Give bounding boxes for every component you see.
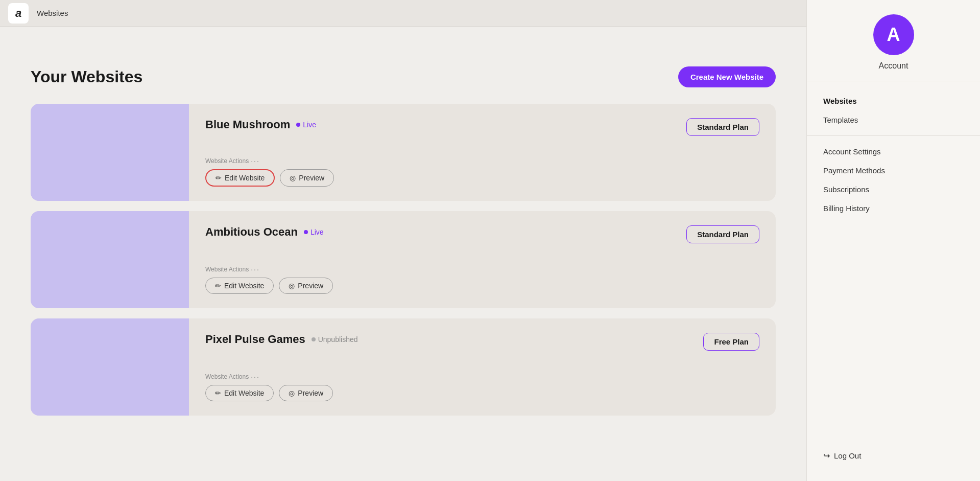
card-body-ambitious-ocean: Ambitious Ocean Live Standard Plan Websi… <box>189 211 776 308</box>
status-dot-blue-mushroom <box>296 123 300 127</box>
edit-button-ambitious-ocean[interactable]: ✏ Edit Website <box>205 278 274 294</box>
card-top-pixel-pulse-games: Pixel Pulse Games Unpublished Free Plan <box>205 333 759 351</box>
sidebar-item-account-settings[interactable]: Account Settings <box>807 142 980 161</box>
logout-button[interactable]: ↪ Log Out <box>823 451 861 461</box>
edit-icon-pixel-pulse-games: ✏ <box>215 389 221 397</box>
actions-label-pixel-pulse-games: Website Actions ··· <box>205 373 759 381</box>
actions-dots-pixel-pulse-games: ··· <box>251 373 260 381</box>
preview-button-blue-mushroom[interactable]: ◎ Preview <box>280 169 334 187</box>
card-name-row-pixel-pulse-games: Pixel Pulse Games Unpublished <box>205 333 358 346</box>
create-website-button[interactable]: Create New Website <box>678 66 776 87</box>
edit-icon-ambitious-ocean: ✏ <box>215 282 221 290</box>
sidebar-header: A Account <box>807 0 980 81</box>
sidebar-divider <box>807 135 980 136</box>
status-dot-ambitious-ocean <box>304 230 308 234</box>
edit-button-pixel-pulse-games[interactable]: ✏ Edit Website <box>205 385 274 401</box>
logout-icon: ↪ <box>823 451 830 461</box>
card-name-blue-mushroom: Blue Mushroom <box>205 118 290 131</box>
sidebar: A Account WebsitesTemplates Account Sett… <box>806 0 980 481</box>
preview-icon-ambitious-ocean: ◎ <box>289 282 295 290</box>
plan-badge-blue-mushroom: Standard Plan <box>686 118 759 136</box>
status-text-ambitious-ocean: Live <box>310 228 324 236</box>
edit-icon-blue-mushroom: ✏ <box>216 174 222 182</box>
sidebar-item-subscriptions[interactable]: Subscriptions <box>807 180 980 199</box>
status-text-blue-mushroom: Live <box>303 121 316 129</box>
avatar: A <box>873 14 914 55</box>
card-name-pixel-pulse-games: Pixel Pulse Games <box>205 333 305 346</box>
status-badge-pixel-pulse-games: Unpublished <box>312 335 358 343</box>
actions-dots-blue-mushroom: ··· <box>251 157 260 165</box>
card-actions-ambitious-ocean: Website Actions ··· ✏ Edit Website ◎ Pre… <box>205 265 759 294</box>
website-card-ambitious-ocean: Ambitious Ocean Live Standard Plan Websi… <box>31 211 776 308</box>
sidebar-item-templates[interactable]: Templates <box>807 110 980 129</box>
card-thumbnail-blue-mushroom <box>31 104 189 201</box>
status-badge-blue-mushroom: Live <box>296 121 316 129</box>
card-thumbnail-ambitious-ocean <box>31 211 189 308</box>
website-list: Blue Mushroom Live Standard Plan Website… <box>31 104 776 416</box>
preview-icon-pixel-pulse-games: ◎ <box>289 389 295 397</box>
card-actions-blue-mushroom: Website Actions ··· ✏ Edit Website ◎ Pre… <box>205 157 759 187</box>
card-top-ambitious-ocean: Ambitious Ocean Live Standard Plan <box>205 225 759 243</box>
card-name-row-blue-mushroom: Blue Mushroom Live <box>205 118 316 131</box>
sidebar-item-payment-methods[interactable]: Payment Methods <box>807 161 980 180</box>
website-card-blue-mushroom: Blue Mushroom Live Standard Plan Website… <box>31 104 776 201</box>
status-text-pixel-pulse-games: Unpublished <box>318 335 358 343</box>
topbar-title: Websites <box>37 9 68 17</box>
card-body-blue-mushroom: Blue Mushroom Live Standard Plan Website… <box>189 104 776 201</box>
card-actions-pixel-pulse-games: Website Actions ··· ✏ Edit Website ◎ Pre… <box>205 373 759 401</box>
action-buttons-ambitious-ocean: ✏ Edit Website ◎ Preview <box>205 278 759 294</box>
card-name-ambitious-ocean: Ambitious Ocean <box>205 225 298 239</box>
website-card-pixel-pulse-games: Pixel Pulse Games Unpublished Free Plan … <box>31 318 776 416</box>
page-title: Your Websites <box>31 67 142 86</box>
status-dot-pixel-pulse-games <box>312 337 316 341</box>
app-logo: a <box>8 3 29 24</box>
card-body-pixel-pulse-games: Pixel Pulse Games Unpublished Free Plan … <box>189 318 776 416</box>
sidebar-item-websites[interactable]: Websites <box>807 91 980 110</box>
account-label: Account <box>879 61 909 71</box>
sidebar-item-billing-history[interactable]: Billing History <box>807 199 980 218</box>
preview-button-pixel-pulse-games[interactable]: ◎ Preview <box>279 385 333 401</box>
sidebar-navigation: WebsitesTemplates Account SettingsPaymen… <box>807 81 980 441</box>
actions-dots-ambitious-ocean: ··· <box>251 265 260 273</box>
actions-label-ambitious-ocean: Website Actions ··· <box>205 265 759 273</box>
card-thumbnail-pixel-pulse-games <box>31 318 189 416</box>
plan-badge-pixel-pulse-games: Free Plan <box>703 333 759 351</box>
action-buttons-blue-mushroom: ✏ Edit Website ◎ Preview <box>205 169 759 187</box>
preview-icon-blue-mushroom: ◎ <box>290 174 296 182</box>
logout-label: Log Out <box>834 451 861 460</box>
edit-button-blue-mushroom[interactable]: ✏ Edit Website <box>205 169 275 187</box>
preview-button-ambitious-ocean[interactable]: ◎ Preview <box>279 278 333 294</box>
page-header: Your Websites Create New Website <box>31 66 776 87</box>
actions-label-blue-mushroom: Website Actions ··· <box>205 157 759 165</box>
card-top-blue-mushroom: Blue Mushroom Live Standard Plan <box>205 118 759 136</box>
plan-badge-ambitious-ocean: Standard Plan <box>686 225 759 243</box>
action-buttons-pixel-pulse-games: ✏ Edit Website ◎ Preview <box>205 385 759 401</box>
status-badge-ambitious-ocean: Live <box>304 228 324 236</box>
sidebar-bottom: ↪ Log Out <box>807 441 980 481</box>
card-name-row-ambitious-ocean: Ambitious Ocean Live <box>205 225 324 239</box>
